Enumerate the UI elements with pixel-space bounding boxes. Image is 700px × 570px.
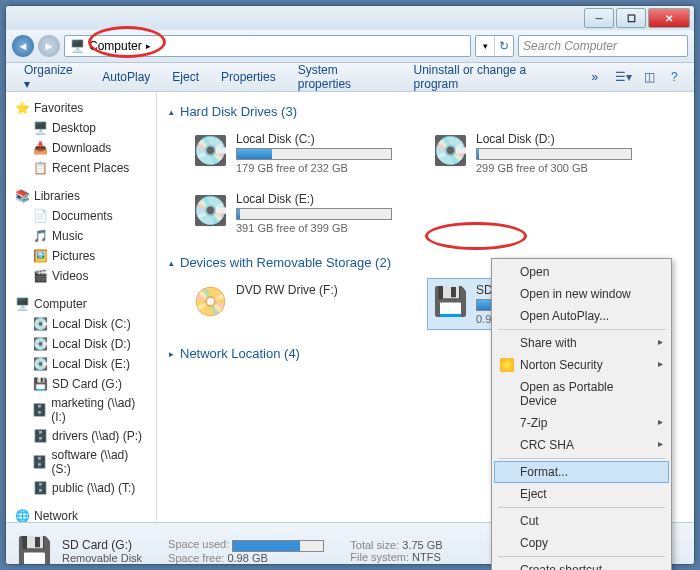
context-menu: OpenOpen in new windowOpen AutoPlay...Sh… — [491, 258, 672, 570]
search-placeholder: Search Computer — [523, 39, 617, 53]
menu-item-open[interactable]: Open — [494, 261, 669, 283]
address-dropdown-button[interactable]: ▾ — [476, 36, 494, 56]
netdrive-icon: 🗄️ — [32, 402, 47, 418]
computer-icon: 🖥️ — [69, 38, 85, 54]
sidebar-item-documents[interactable]: 📄Documents — [6, 206, 156, 226]
netdrive-icon: 🗄️ — [32, 428, 48, 444]
sidebar-item-software[interactable]: 🗄️software (\\ad) (S:) — [6, 446, 156, 478]
search-box[interactable]: Search Computer — [518, 35, 688, 57]
toolbar-overflow[interactable]: » — [581, 66, 608, 88]
menu-item-open-autoplay[interactable]: Open AutoPlay... — [494, 305, 669, 327]
drive-item[interactable]: 📀 DVD RW Drive (F:) — [187, 278, 397, 330]
menu-item-crc-sha[interactable]: CRC SHA — [494, 434, 669, 456]
sidebar-libraries[interactable]: 📚Libraries — [6, 186, 156, 206]
drive-item[interactable]: 💽 Local Disk (C:) 179 GB free of 232 GB — [187, 127, 397, 179]
sidebar-favorites[interactable]: ⭐Favorites — [6, 98, 156, 118]
drive-name: Local Disk (E:) — [236, 192, 392, 206]
close-button[interactable]: ✕ — [648, 8, 690, 28]
section-hdd[interactable]: ▴Hard Disk Drives (3) — [169, 100, 682, 123]
drive-name: Local Disk (C:) — [236, 132, 392, 146]
sidebar-item-public[interactable]: 🗄️public (\\ad) (T:) — [6, 478, 156, 498]
status-used-bar — [232, 540, 324, 552]
maximize-button[interactable]: ☐ — [616, 8, 646, 28]
sidebar: ⭐Favorites 🖥️Desktop 📥Downloads 📋Recent … — [6, 92, 157, 522]
toolbar-eject[interactable]: Eject — [162, 66, 209, 88]
menu-item-create-shortcut[interactable]: Create shortcut — [494, 559, 669, 570]
preview-pane-button[interactable]: ◫ — [637, 67, 660, 87]
sidebar-item-sdcard-g[interactable]: 💾SD Card (G:) — [6, 374, 156, 394]
disk-icon: 💽 — [32, 356, 48, 372]
toolbar: Organize ▾ AutoPlay Eject Properties Sys… — [6, 63, 694, 92]
sidebar-item-drivers[interactable]: 🗄️drivers (\\ad) (P:) — [6, 426, 156, 446]
status-type: Removable Disk — [62, 552, 142, 564]
sdcard-icon: 💾 — [16, 533, 52, 565]
sidebar-item-recent[interactable]: 📋Recent Places — [6, 158, 156, 178]
drive-name: DVD RW Drive (F:) — [236, 283, 392, 297]
drive-name: Local Disk (D:) — [476, 132, 632, 146]
sd-icon: 💾 — [432, 283, 468, 319]
forward-button[interactable]: ► — [38, 35, 60, 57]
downloads-icon: 📥 — [32, 140, 48, 156]
toolbar-autoplay[interactable]: AutoPlay — [92, 66, 160, 88]
disk-icon: 💽 — [32, 336, 48, 352]
menu-item-norton-security[interactable]: Norton Security — [494, 354, 669, 376]
breadcrumb-box[interactable]: 🖥️ Computer ▸ — [64, 35, 471, 57]
breadcrumb-arrow-icon: ▸ — [146, 41, 151, 51]
pictures-icon: 🖼️ — [32, 248, 48, 264]
collapse-icon: ▴ — [169, 107, 174, 117]
back-button[interactable]: ◄ — [12, 35, 34, 57]
refresh-button[interactable]: ↻ — [494, 36, 513, 56]
menu-item-zip[interactable]: 7-Zip — [494, 412, 669, 434]
computer-icon: 🖥️ — [14, 296, 30, 312]
sidebar-item-marketing[interactable]: 🗄️marketing (\\ad) (I:) — [6, 394, 156, 426]
music-icon: 🎵 — [32, 228, 48, 244]
toolbar-organize[interactable]: Organize ▾ — [14, 59, 90, 95]
menu-item-share-with[interactable]: Share with — [494, 332, 669, 354]
menu-item-format[interactable]: Format... — [494, 461, 669, 483]
drive-space-text: 299 GB free of 300 GB — [476, 162, 632, 174]
drive-space-bar — [476, 148, 632, 160]
hdd-icon: 💽 — [192, 192, 228, 228]
breadcrumb-root[interactable]: Computer — [89, 39, 142, 53]
titlebar: ─ ☐ ✕ — [6, 6, 694, 30]
sidebar-item-disk-d[interactable]: 💽Local Disk (D:) — [6, 334, 156, 354]
toolbar-system-properties[interactable]: System properties — [288, 59, 402, 95]
menu-item-open-as-portable-device[interactable]: Open as Portable Device — [494, 376, 669, 412]
sidebar-item-disk-e[interactable]: 💽Local Disk (E:) — [6, 354, 156, 374]
dvd-icon: 📀 — [192, 283, 228, 319]
menu-item-cut[interactable]: Cut — [494, 510, 669, 532]
sidebar-item-desktop[interactable]: 🖥️Desktop — [6, 118, 156, 138]
shield-icon — [500, 358, 514, 372]
menu-item-open-in-new-window[interactable]: Open in new window — [494, 283, 669, 305]
star-icon: ⭐ — [14, 100, 30, 116]
collapse-icon: ▴ — [169, 258, 174, 268]
documents-icon: 📄 — [32, 208, 48, 224]
sidebar-network[interactable]: 🌐Network — [6, 506, 156, 522]
drive-space-bar — [236, 148, 392, 160]
sidebar-item-videos[interactable]: 🎬Videos — [6, 266, 156, 286]
sidebar-item-disk-c[interactable]: 💽Local Disk (C:) — [6, 314, 156, 334]
menu-item-eject[interactable]: Eject — [494, 483, 669, 505]
menu-separator — [498, 458, 665, 459]
drive-item[interactable]: 💽 Local Disk (E:) 391 GB free of 399 GB — [187, 187, 397, 239]
recent-icon: 📋 — [32, 160, 48, 176]
view-button[interactable]: ☰▾ — [612, 67, 635, 87]
disk-icon: 💽 — [32, 316, 48, 332]
menu-item-copy[interactable]: Copy — [494, 532, 669, 554]
sidebar-computer[interactable]: 🖥️Computer — [6, 294, 156, 314]
menu-separator — [498, 507, 665, 508]
hdd-icon: 💽 — [192, 132, 228, 168]
network-icon: 🌐 — [14, 508, 30, 522]
sidebar-item-downloads[interactable]: 📥Downloads — [6, 138, 156, 158]
sidebar-item-pictures[interactable]: 🖼️Pictures — [6, 246, 156, 266]
toolbar-properties[interactable]: Properties — [211, 66, 286, 88]
minimize-button[interactable]: ─ — [584, 8, 614, 28]
status-name: SD Card (G:) — [62, 538, 142, 552]
drive-space-text: 391 GB free of 399 GB — [236, 222, 392, 234]
netdrive-icon: 🗄️ — [32, 454, 48, 470]
sidebar-item-music[interactable]: 🎵Music — [6, 226, 156, 246]
toolbar-uninstall[interactable]: Uninstall or change a program — [404, 59, 580, 95]
drive-item[interactable]: 💽 Local Disk (D:) 299 GB free of 300 GB — [427, 127, 637, 179]
libraries-icon: 📚 — [14, 188, 30, 204]
help-button[interactable]: ? — [663, 67, 686, 87]
